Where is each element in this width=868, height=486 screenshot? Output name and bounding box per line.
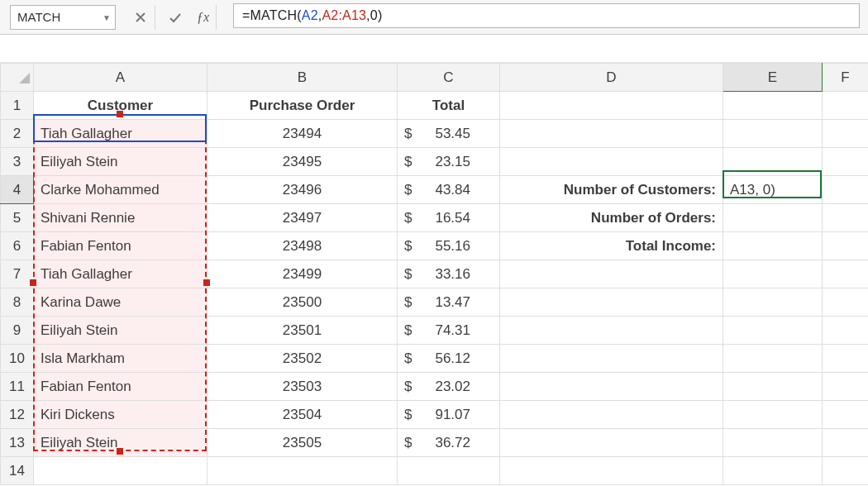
cell-F6[interactable] bbox=[823, 232, 869, 260]
cell-A10[interactable]: Isla Markham bbox=[34, 345, 207, 373]
cell-D4[interactable]: Number of Customers: bbox=[500, 176, 723, 204]
cell-E10[interactable] bbox=[723, 345, 823, 373]
name-box-dropdown-icon[interactable]: ▼ bbox=[103, 12, 111, 21]
cell-A1[interactable]: Customer bbox=[34, 92, 207, 120]
cell-B9[interactable]: 23501 bbox=[207, 317, 398, 345]
cell-A5[interactable]: Shivani Rennie bbox=[34, 204, 207, 232]
cell-B11[interactable]: 23503 bbox=[207, 373, 398, 401]
cell-F10[interactable] bbox=[823, 345, 869, 373]
cell-B1[interactable]: Purchase Order bbox=[207, 92, 398, 120]
cell-E1[interactable] bbox=[723, 92, 823, 120]
enter-button[interactable] bbox=[160, 5, 190, 30]
cell-D2[interactable] bbox=[500, 120, 723, 148]
cell-B2[interactable]: 23494 bbox=[207, 120, 398, 148]
row-header-3[interactable]: 3 bbox=[1, 148, 34, 176]
cell-B6[interactable]: 23498 bbox=[207, 232, 398, 260]
cell-F9[interactable] bbox=[823, 317, 869, 345]
cell-D14[interactable] bbox=[500, 457, 723, 485]
cell-A6[interactable]: Fabian Fenton bbox=[34, 232, 207, 260]
cell-E9[interactable] bbox=[723, 317, 823, 345]
cell-E2[interactable] bbox=[723, 120, 823, 148]
cell-C2[interactable]: $53.45 bbox=[398, 120, 500, 148]
cell-E4[interactable]: A13, 0) bbox=[723, 176, 823, 204]
cell-B5[interactable]: 23497 bbox=[207, 204, 398, 232]
fx-label[interactable]: ƒx bbox=[190, 5, 217, 30]
cell-F12[interactable] bbox=[823, 401, 869, 429]
cell-E3[interactable] bbox=[723, 148, 823, 176]
col-header-C[interactable]: C bbox=[398, 64, 500, 92]
col-header-D[interactable]: D bbox=[500, 64, 723, 92]
cell-A2[interactable]: Tiah Gallagher bbox=[34, 120, 207, 148]
cell-C3[interactable]: $23.15 bbox=[398, 148, 500, 176]
row-header-8[interactable]: 8 bbox=[1, 288, 34, 317]
cell-A14[interactable] bbox=[34, 457, 207, 485]
cell-B4[interactable]: 23496 bbox=[207, 176, 398, 204]
cell-C7[interactable]: $33.16 bbox=[398, 260, 500, 288]
cell-C6[interactable]: $55.16 bbox=[398, 232, 500, 260]
cell-E14[interactable] bbox=[723, 457, 823, 485]
cell-F11[interactable] bbox=[823, 373, 869, 401]
cell-A13[interactable]: Eiliyah Stein bbox=[34, 429, 207, 457]
cell-B3[interactable]: 23495 bbox=[207, 148, 398, 176]
cell-A4[interactable]: Clarke Mohammed bbox=[34, 176, 207, 204]
row-header-11[interactable]: 11 bbox=[1, 373, 34, 401]
select-all-corner[interactable]: ◢ bbox=[1, 64, 34, 92]
cell-D11[interactable] bbox=[500, 373, 723, 401]
cell-E5[interactable] bbox=[723, 204, 823, 232]
row-header-4[interactable]: 4 bbox=[1, 176, 34, 204]
cell-F3[interactable] bbox=[823, 148, 869, 176]
cell-A3[interactable]: Eiliyah Stein bbox=[34, 148, 207, 176]
row-header-7[interactable]: 7 bbox=[1, 260, 34, 288]
cell-F1[interactable] bbox=[823, 92, 869, 120]
row-header-12[interactable]: 12 bbox=[1, 401, 34, 429]
cancel-button[interactable] bbox=[126, 5, 155, 30]
cell-C13[interactable]: $36.72 bbox=[398, 429, 500, 457]
row-header-13[interactable]: 13 bbox=[1, 429, 34, 457]
cell-C10[interactable]: $56.12 bbox=[398, 345, 500, 373]
row-header-6[interactable]: 6 bbox=[1, 232, 34, 260]
formula-input[interactable]: =MATCH( A2 , A2:A13 , 0 ) bbox=[233, 3, 860, 28]
cell-E8[interactable] bbox=[723, 288, 823, 317]
cell-C5[interactable]: $16.54 bbox=[398, 204, 500, 232]
cell-C14[interactable] bbox=[398, 457, 500, 485]
col-header-B[interactable]: B bbox=[207, 64, 398, 92]
cell-F7[interactable] bbox=[823, 260, 869, 288]
cell-F5[interactable] bbox=[823, 204, 869, 232]
cell-B10[interactable]: 23502 bbox=[207, 345, 398, 373]
col-header-A[interactable]: A bbox=[34, 64, 207, 92]
cell-E13[interactable] bbox=[723, 429, 823, 457]
cell-F4[interactable] bbox=[823, 176, 869, 204]
cell-A11[interactable]: Fabian Fenton bbox=[34, 373, 207, 401]
cell-D9[interactable] bbox=[500, 317, 723, 345]
cell-D8[interactable] bbox=[500, 288, 723, 317]
col-header-F[interactable]: F bbox=[823, 64, 869, 92]
cell-C1[interactable]: Total bbox=[398, 92, 500, 120]
cell-D3[interactable] bbox=[500, 148, 723, 176]
cell-B7[interactable]: 23499 bbox=[207, 260, 398, 288]
row-header-2[interactable]: 2 bbox=[1, 120, 34, 148]
col-header-E[interactable]: E bbox=[723, 64, 823, 92]
row-header-14[interactable]: 14 bbox=[1, 457, 34, 485]
cell-B8[interactable]: 23500 bbox=[207, 288, 398, 317]
cell-E7[interactable] bbox=[723, 260, 823, 288]
cell-D6[interactable]: Total Income: bbox=[500, 232, 723, 260]
cell-D10[interactable] bbox=[500, 345, 723, 373]
cell-D12[interactable] bbox=[500, 401, 723, 429]
row-header-9[interactable]: 9 bbox=[1, 317, 34, 345]
cell-D13[interactable] bbox=[500, 429, 723, 457]
cell-B14[interactable] bbox=[207, 457, 398, 485]
cell-D1[interactable] bbox=[500, 92, 723, 120]
cell-A12[interactable]: Kiri Dickens bbox=[34, 401, 207, 429]
worksheet[interactable]: ◢ A B C D E F 1 Customer Purchase Order … bbox=[0, 63, 868, 485]
cell-F13[interactable] bbox=[823, 429, 869, 457]
cell-B13[interactable]: 23505 bbox=[207, 429, 398, 457]
cell-C8[interactable]: $13.47 bbox=[398, 288, 500, 317]
cell-B12[interactable]: 23504 bbox=[207, 401, 398, 429]
cell-A7[interactable]: Tiah Gallagher bbox=[34, 260, 207, 288]
cell-A9[interactable]: Eiliyah Stein bbox=[34, 317, 207, 345]
cell-C12[interactable]: $91.07 bbox=[398, 401, 500, 429]
cell-D7[interactable] bbox=[500, 260, 723, 288]
cell-C11[interactable]: $23.02 bbox=[398, 373, 500, 401]
cell-A8[interactable]: Karina Dawe bbox=[34, 288, 207, 317]
row-header-1[interactable]: 1 bbox=[1, 92, 34, 120]
